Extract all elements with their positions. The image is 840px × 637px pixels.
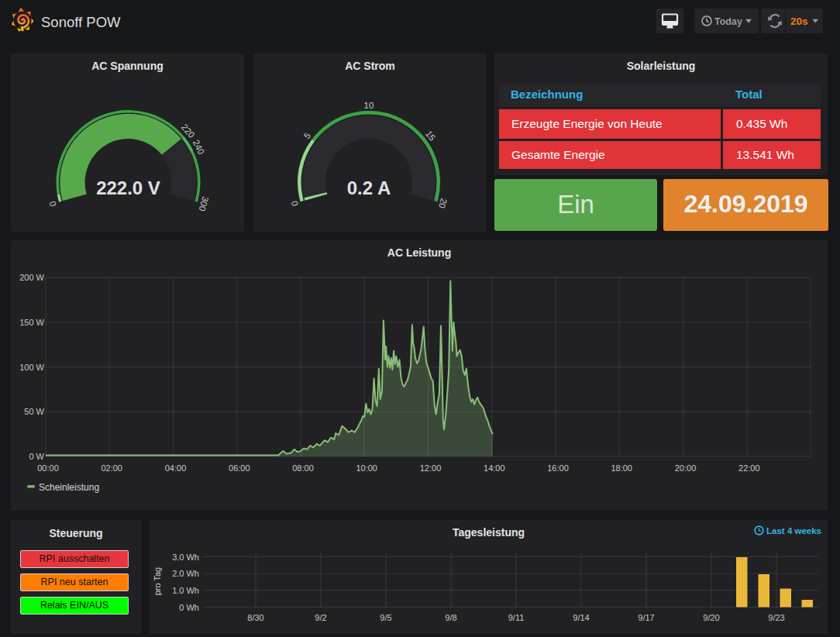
svg-text:20:00: 20:00: [675, 463, 697, 473]
svg-text:00:00: 00:00: [37, 463, 59, 473]
svg-text:9/5: 9/5: [380, 613, 391, 622]
svg-text:8/30: 8/30: [247, 613, 263, 622]
svg-text:20: 20: [437, 198, 449, 210]
svg-text:06:00: 06:00: [229, 463, 250, 473]
svg-text:9/17: 9/17: [638, 613, 654, 622]
svg-text:9/14: 9/14: [573, 613, 589, 622]
svg-text:9/20: 9/20: [703, 613, 719, 622]
svg-text:Today: Today: [714, 16, 742, 27]
svg-text:10: 10: [364, 101, 374, 110]
svg-text:0 Wh: 0 Wh: [179, 603, 199, 612]
svg-text:04:00: 04:00: [165, 463, 187, 473]
svg-text:10:00: 10:00: [356, 463, 377, 473]
svg-text:02:00: 02:00: [101, 463, 122, 473]
svg-text:08:00: 08:00: [292, 463, 314, 473]
svg-text:14:00: 14:00: [484, 463, 505, 473]
svg-text:20s: 20s: [790, 15, 808, 27]
svg-text:200 W: 200 W: [19, 273, 44, 282]
svg-text:9/11: 9/11: [508, 613, 525, 622]
svg-text:0.2 A: 0.2 A: [347, 177, 391, 198]
svg-text:50 W: 50 W: [24, 407, 44, 416]
svg-text:2.0 Wh: 2.0 Wh: [172, 569, 199, 578]
svg-text:100 W: 100 W: [19, 363, 44, 372]
svg-text:12:00: 12:00: [420, 463, 442, 473]
svg-text:9/8: 9/8: [445, 613, 456, 622]
svg-text:3.0 Wh: 3.0 Wh: [172, 553, 199, 562]
svg-text:1.0 Wh: 1.0 Wh: [172, 586, 199, 595]
svg-text:222.0 V: 222.0 V: [96, 177, 160, 198]
svg-text:16:00: 16:00: [547, 463, 569, 473]
svg-text:18:00: 18:00: [611, 463, 632, 473]
svg-text:9/23: 9/23: [768, 613, 784, 622]
svg-text:22:00: 22:00: [738, 463, 760, 473]
svg-text:300: 300: [198, 195, 211, 212]
svg-text:5: 5: [302, 131, 312, 140]
svg-text:150 W: 150 W: [19, 318, 44, 327]
svg-text:9/2: 9/2: [315, 613, 326, 622]
svg-text:0: 0: [290, 200, 300, 207]
svg-text:0 W: 0 W: [29, 452, 44, 461]
svg-text:pro Tag: pro Tag: [153, 567, 162, 596]
svg-text:0: 0: [47, 200, 57, 207]
svg-text:Scheinleistung: Scheinleistung: [39, 482, 99, 493]
